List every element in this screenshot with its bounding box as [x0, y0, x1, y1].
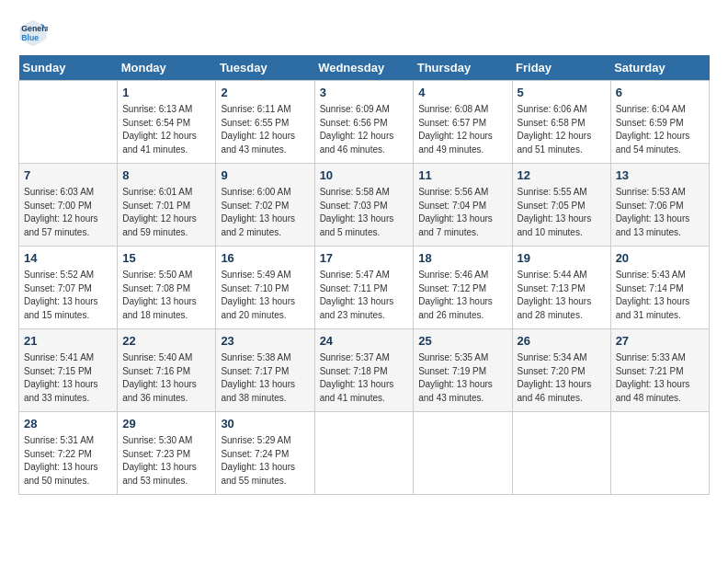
- day-number: 27: [616, 333, 704, 350]
- calendar-cell: 28Sunrise: 5:31 AM Sunset: 7:22 PM Dayli…: [19, 412, 118, 495]
- calendar-cell: 19Sunrise: 5:44 AM Sunset: 7:13 PM Dayli…: [512, 247, 610, 329]
- calendar-cell: 23Sunrise: 5:38 AM Sunset: 7:17 PM Dayli…: [216, 329, 314, 412]
- day-number: 20: [616, 250, 704, 267]
- day-info: Sunrise: 6:00 AM Sunset: 7:02 PM Dayligh…: [221, 186, 309, 239]
- weekday-header: Thursday: [414, 55, 512, 81]
- calendar-cell: 13Sunrise: 5:53 AM Sunset: 7:06 PM Dayli…: [610, 164, 709, 247]
- day-number: 29: [122, 416, 210, 432]
- day-info: Sunrise: 6:01 AM Sunset: 7:01 PM Dayligh…: [122, 186, 210, 239]
- day-number: 19: [518, 250, 606, 267]
- calendar-cell: 29Sunrise: 5:30 AM Sunset: 7:23 PM Dayli…: [118, 412, 216, 495]
- day-number: 13: [616, 167, 704, 184]
- day-number: 30: [221, 416, 309, 432]
- calendar-cell: 7Sunrise: 6:03 AM Sunset: 7:00 PM Daylig…: [19, 164, 118, 247]
- calendar-cell: [19, 81, 118, 164]
- weekday-header: Monday: [118, 55, 216, 81]
- day-info: Sunrise: 6:09 AM Sunset: 6:56 PM Dayligh…: [320, 103, 409, 156]
- day-number: 4: [418, 85, 506, 101]
- day-info: Sunrise: 5:46 AM Sunset: 7:12 PM Dayligh…: [418, 269, 506, 322]
- calendar-cell: 12Sunrise: 5:55 AM Sunset: 7:05 PM Dayli…: [512, 164, 610, 247]
- calendar-week-row: 7Sunrise: 6:03 AM Sunset: 7:00 PM Daylig…: [19, 164, 710, 247]
- calendar-cell: 21Sunrise: 5:41 AM Sunset: 7:15 PM Dayli…: [19, 329, 118, 412]
- day-info: Sunrise: 5:29 AM Sunset: 7:24 PM Dayligh…: [221, 434, 309, 488]
- day-info: Sunrise: 5:52 AM Sunset: 7:07 PM Dayligh…: [24, 269, 112, 322]
- day-info: Sunrise: 5:41 AM Sunset: 7:15 PM Dayligh…: [24, 351, 112, 405]
- calendar-body: 1Sunrise: 6:13 AM Sunset: 6:54 PM Daylig…: [19, 81, 710, 495]
- calendar-week-row: 1Sunrise: 6:13 AM Sunset: 6:54 PM Daylig…: [19, 81, 710, 164]
- day-number: 28: [24, 416, 112, 432]
- day-number: 6: [616, 85, 704, 101]
- day-info: Sunrise: 5:31 AM Sunset: 7:22 PM Dayligh…: [24, 434, 112, 488]
- day-info: Sunrise: 5:37 AM Sunset: 7:18 PM Dayligh…: [320, 351, 409, 405]
- calendar-cell: 3Sunrise: 6:09 AM Sunset: 6:56 PM Daylig…: [314, 81, 414, 164]
- calendar-cell: 24Sunrise: 5:37 AM Sunset: 7:18 PM Dayli…: [314, 329, 414, 412]
- calendar-cell: 6Sunrise: 6:04 AM Sunset: 6:59 PM Daylig…: [610, 81, 709, 164]
- calendar-cell: 26Sunrise: 5:34 AM Sunset: 7:20 PM Dayli…: [512, 329, 610, 412]
- day-number: 16: [221, 250, 309, 267]
- day-info: Sunrise: 5:44 AM Sunset: 7:13 PM Dayligh…: [518, 269, 606, 322]
- calendar-table: SundayMondayTuesdayWednesdayThursdayFrid…: [18, 55, 710, 495]
- day-number: 12: [518, 167, 606, 184]
- calendar-cell: [314, 412, 414, 495]
- weekday-header: Tuesday: [216, 55, 314, 81]
- day-number: 10: [320, 167, 409, 184]
- calendar-header: SundayMondayTuesdayWednesdayThursdayFrid…: [19, 55, 710, 81]
- day-number: 2: [221, 85, 309, 101]
- day-number: 9: [221, 167, 309, 184]
- calendar-cell: 27Sunrise: 5:33 AM Sunset: 7:21 PM Dayli…: [610, 329, 709, 412]
- day-number: 22: [122, 333, 210, 350]
- calendar-cell: 22Sunrise: 5:40 AM Sunset: 7:16 PM Dayli…: [118, 329, 216, 412]
- calendar-cell: 16Sunrise: 5:49 AM Sunset: 7:10 PM Dayli…: [216, 247, 314, 329]
- day-info: Sunrise: 5:49 AM Sunset: 7:10 PM Dayligh…: [221, 269, 309, 322]
- day-number: 7: [24, 167, 112, 184]
- day-info: Sunrise: 5:35 AM Sunset: 7:19 PM Dayligh…: [418, 351, 506, 405]
- day-number: 3: [320, 85, 409, 101]
- day-info: Sunrise: 6:08 AM Sunset: 6:57 PM Dayligh…: [418, 103, 506, 156]
- day-info: Sunrise: 6:03 AM Sunset: 7:00 PM Dayligh…: [24, 186, 112, 239]
- day-number: 21: [24, 333, 112, 350]
- day-info: Sunrise: 6:13 AM Sunset: 6:54 PM Dayligh…: [122, 103, 210, 156]
- weekday-header: Sunday: [19, 55, 118, 81]
- calendar-cell: 20Sunrise: 5:43 AM Sunset: 7:14 PM Dayli…: [610, 247, 709, 329]
- calendar-cell: 2Sunrise: 6:11 AM Sunset: 6:55 PM Daylig…: [216, 81, 314, 164]
- day-info: Sunrise: 5:34 AM Sunset: 7:20 PM Dayligh…: [518, 351, 606, 405]
- day-info: Sunrise: 5:47 AM Sunset: 7:11 PM Dayligh…: [320, 269, 409, 322]
- day-info: Sunrise: 5:33 AM Sunset: 7:21 PM Dayligh…: [616, 351, 704, 405]
- calendar-cell: [512, 412, 610, 495]
- day-info: Sunrise: 5:53 AM Sunset: 7:06 PM Dayligh…: [616, 186, 704, 239]
- day-number: 23: [221, 333, 309, 350]
- logo: General Blue: [18, 18, 51, 48]
- day-number: 24: [320, 333, 409, 350]
- calendar-week-row: 21Sunrise: 5:41 AM Sunset: 7:15 PM Dayli…: [19, 329, 710, 412]
- day-number: 11: [418, 167, 506, 184]
- calendar-cell: 18Sunrise: 5:46 AM Sunset: 7:12 PM Dayli…: [414, 247, 512, 329]
- calendar-cell: 30Sunrise: 5:29 AM Sunset: 7:24 PM Dayli…: [216, 412, 314, 495]
- day-info: Sunrise: 5:55 AM Sunset: 7:05 PM Dayligh…: [518, 186, 606, 239]
- calendar-cell: [414, 412, 512, 495]
- calendar-cell: 14Sunrise: 5:52 AM Sunset: 7:07 PM Dayli…: [19, 247, 118, 329]
- day-info: Sunrise: 6:06 AM Sunset: 6:58 PM Dayligh…: [518, 103, 606, 156]
- day-info: Sunrise: 5:58 AM Sunset: 7:03 PM Dayligh…: [320, 186, 409, 239]
- logo-icon: General Blue: [18, 18, 48, 48]
- calendar-cell: 9Sunrise: 6:00 AM Sunset: 7:02 PM Daylig…: [216, 164, 314, 247]
- day-number: 8: [122, 167, 210, 184]
- day-number: 17: [320, 250, 409, 267]
- page-header: General Blue: [18, 18, 710, 48]
- header-row: SundayMondayTuesdayWednesdayThursdayFrid…: [19, 55, 710, 81]
- day-number: 18: [418, 250, 506, 267]
- day-info: Sunrise: 5:43 AM Sunset: 7:14 PM Dayligh…: [616, 269, 704, 322]
- calendar-cell: 10Sunrise: 5:58 AM Sunset: 7:03 PM Dayli…: [314, 164, 414, 247]
- calendar-week-row: 14Sunrise: 5:52 AM Sunset: 7:07 PM Dayli…: [19, 247, 710, 329]
- calendar-cell: 25Sunrise: 5:35 AM Sunset: 7:19 PM Dayli…: [414, 329, 512, 412]
- calendar-cell: 1Sunrise: 6:13 AM Sunset: 6:54 PM Daylig…: [118, 81, 216, 164]
- calendar-cell: 5Sunrise: 6:06 AM Sunset: 6:58 PM Daylig…: [512, 81, 610, 164]
- calendar-week-row: 28Sunrise: 5:31 AM Sunset: 7:22 PM Dayli…: [19, 412, 710, 495]
- day-number: 26: [518, 333, 606, 350]
- calendar-cell: 15Sunrise: 5:50 AM Sunset: 7:08 PM Dayli…: [118, 247, 216, 329]
- weekday-header: Saturday: [610, 55, 709, 81]
- day-info: Sunrise: 5:50 AM Sunset: 7:08 PM Dayligh…: [122, 269, 210, 322]
- day-info: Sunrise: 6:11 AM Sunset: 6:55 PM Dayligh…: [221, 103, 309, 156]
- weekday-header: Wednesday: [314, 55, 414, 81]
- svg-text:Blue: Blue: [21, 33, 39, 42]
- day-number: 1: [122, 85, 210, 101]
